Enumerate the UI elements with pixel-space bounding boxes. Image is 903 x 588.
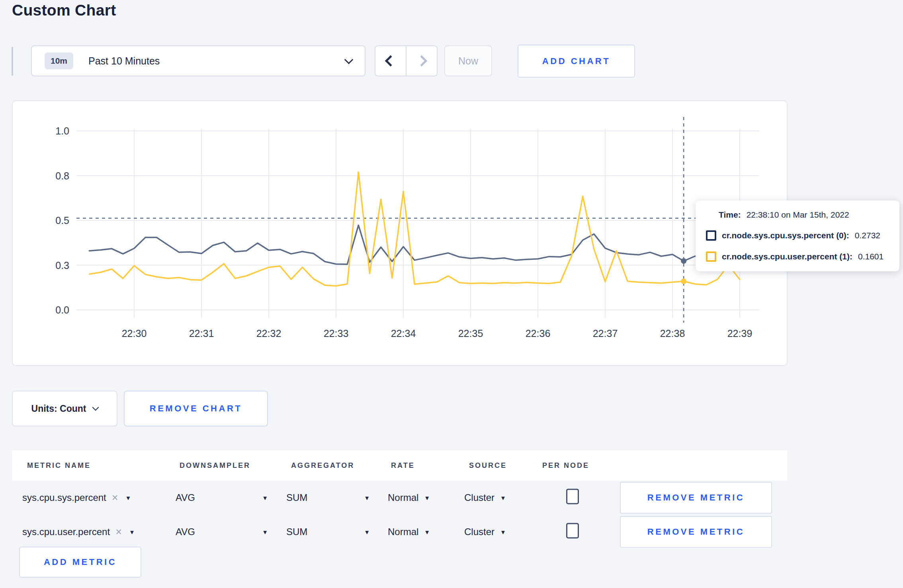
x-axis-tick-label: 22:36 (526, 328, 551, 339)
caret-down-icon: ▼ (424, 495, 430, 501)
time-nav-group (375, 45, 438, 76)
caret-down-icon: ▼ (364, 495, 370, 501)
clear-metric-icon[interactable]: × (112, 493, 118, 503)
remove-metric-button[interactable]: REMOVE METRIC (620, 516, 772, 548)
tooltip-series-row: cr.node.sys.cpu.user.percent (1): 0.1601 (706, 251, 889, 262)
col-header-rate: RATE (391, 461, 415, 470)
crosshair-dot (681, 278, 686, 284)
chevron-right-icon (416, 55, 427, 66)
x-axis-tick-label: 22:39 (727, 328, 752, 339)
units-label: Units: Count (31, 403, 86, 414)
y-axis-tick-label: 0.8 (55, 170, 69, 181)
series-0-name: cr.node.sys.cpu.sys.percent (0): (722, 231, 849, 240)
y-axis-tick-label: 0.3 (55, 260, 69, 271)
table-row: sys.cpu.sys.percent × ▼ AVG ▼ SUM ▼ Norm… (12, 481, 788, 515)
downsampler-select[interactable]: AVG ▼ (176, 492, 268, 503)
caret-down-icon: ▼ (262, 495, 268, 501)
add-chart-button[interactable]: ADD CHART (518, 45, 635, 78)
downsampler-value: AVG (176, 526, 195, 537)
caret-down-icon: ▼ (129, 529, 135, 535)
source-select[interactable]: Cluster ▼ (464, 526, 506, 537)
x-axis-tick-label: 22:30 (122, 328, 147, 339)
series-1-value: 0.1601 (858, 252, 883, 261)
downsampler-value: AVG (176, 492, 195, 503)
chart-card: 1.00.80.50.30.022:3022:3122:3222:3322:34… (12, 100, 788, 366)
tooltip-time-row: Time: 22:38:10 on Mar 15th, 2022 (706, 210, 889, 220)
chart-tooltip: Time: 22:38:10 on Mar 15th, 2022 cr.node… (696, 201, 899, 271)
downsampler-select[interactable]: AVG ▼ (176, 526, 268, 537)
table-row: sys.cpu.user.percent × ▼ AVG ▼ SUM ▼ Nor… (12, 515, 788, 549)
remove-chart-button[interactable]: REMOVE CHART (124, 391, 268, 426)
y-axis-tick-label: 1.0 (55, 125, 69, 136)
series-line-1 (89, 172, 740, 286)
x-axis-tick-label: 22:32 (256, 328, 281, 339)
aggregator-select[interactable]: SUM ▼ (286, 492, 370, 503)
metric-name: sys.cpu.user.percent (22, 526, 110, 537)
tooltip-series-row: cr.node.sys.cpu.sys.percent (0): 0.2732 (706, 230, 889, 241)
chevron-down-icon (344, 55, 354, 64)
toolbar-left-rule (12, 47, 13, 76)
aggregator-value: SUM (286, 526, 307, 537)
x-axis-tick-label: 22:33 (324, 328, 349, 339)
series-1-name: cr.node.sys.cpu.user.percent (1): (722, 252, 852, 261)
time-range-badge: 10m (45, 53, 73, 69)
series-0-value: 0.2732 (855, 231, 880, 240)
chevron-left-icon (385, 55, 396, 66)
x-axis-tick-label: 22:34 (391, 328, 416, 339)
time-range-label: Past 10 Minutes (88, 55, 160, 67)
caret-down-icon: ▼ (262, 529, 268, 535)
rate-value: Normal (388, 492, 418, 503)
series-line-0 (89, 225, 740, 264)
aggregator-select[interactable]: SUM ▼ (286, 526, 370, 537)
source-value: Cluster (464, 492, 494, 503)
x-axis-tick-label: 22:31 (189, 328, 214, 339)
rate-select[interactable]: Normal ▼ (388, 526, 430, 537)
add-metric-button[interactable]: ADD METRIC (19, 547, 141, 578)
cpu-percent-line-chart[interactable]: 1.00.80.50.30.022:3022:3122:3222:3322:34… (13, 101, 787, 365)
caret-down-icon: ▼ (424, 529, 430, 535)
now-button[interactable]: Now (444, 45, 492, 76)
per-node-checkbox[interactable] (566, 523, 579, 538)
caret-down-icon: ▼ (125, 495, 131, 501)
x-axis-tick-label: 22:35 (458, 328, 483, 339)
units-select[interactable]: Units: Count (12, 391, 117, 426)
custom-chart-page: Custom Chart 10m Past 10 Minutes Now ADD… (0, 0, 903, 588)
series-1-swatch-icon (706, 251, 716, 262)
y-axis-tick-label: 0.0 (55, 304, 69, 315)
aggregator-value: SUM (286, 492, 307, 503)
x-axis-tick-label: 22:37 (593, 328, 618, 339)
time-range-select[interactable]: 10m Past 10 Minutes (31, 45, 366, 76)
source-select[interactable]: Cluster ▼ (464, 492, 506, 503)
metric-name: sys.cpu.sys.percent (22, 492, 106, 503)
metric-name-select[interactable]: sys.cpu.user.percent × ▼ (22, 526, 135, 537)
rate-select[interactable]: Normal ▼ (388, 492, 430, 503)
tooltip-time-value: 22:38:10 on Mar 15th, 2022 (747, 210, 849, 220)
page-title: Custom Chart (12, 2, 116, 19)
per-node-checkbox[interactable] (566, 489, 579, 504)
col-header-per-node: PER NODE (542, 461, 589, 470)
source-value: Cluster (464, 526, 494, 537)
col-header-downsampler: DOWNSAMPLER (180, 461, 250, 470)
time-back-button[interactable] (375, 46, 406, 76)
metrics-table-header: METRIC NAME DOWNSAMPLER AGGREGATOR RATE … (12, 450, 788, 481)
caret-down-icon: ▼ (500, 495, 506, 501)
remove-metric-button[interactable]: REMOVE METRIC (620, 482, 772, 514)
chevron-down-icon (92, 404, 99, 411)
col-header-aggregator: AGGREGATOR (291, 461, 354, 470)
rate-value: Normal (388, 526, 418, 537)
crosshair-dot (681, 258, 686, 264)
clear-metric-icon[interactable]: × (115, 527, 122, 537)
metric-name-select[interactable]: sys.cpu.sys.percent × ▼ (22, 492, 131, 503)
col-header-metric-name: METRIC NAME (27, 461, 91, 470)
tooltip-time-label: Time: (719, 210, 741, 220)
col-header-source: SOURCE (469, 461, 507, 470)
caret-down-icon: ▼ (364, 529, 370, 535)
y-axis-tick-label: 0.5 (55, 215, 69, 226)
caret-down-icon: ▼ (500, 529, 506, 535)
series-0-swatch-icon (706, 230, 716, 241)
time-forward-button[interactable] (406, 46, 437, 76)
x-axis-tick-label: 22:38 (660, 328, 685, 339)
